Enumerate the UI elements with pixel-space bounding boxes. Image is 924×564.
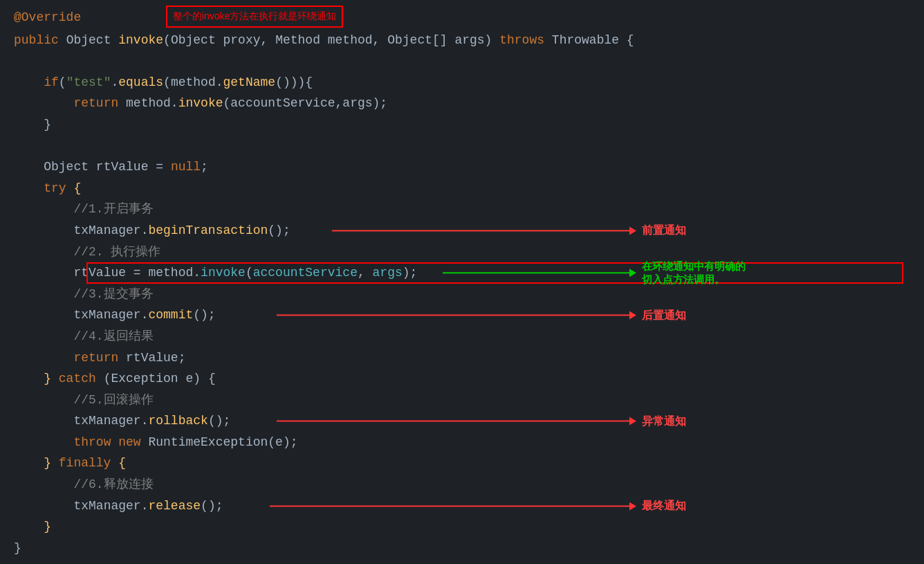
- comment-rollback: //5.回滚操作: [14, 390, 910, 411]
- method-signature-line: public Object invoke(Object proxy, Metho…: [14, 30, 910, 51]
- try-line: try {: [14, 178, 910, 199]
- throw-line: throw new RuntimeException(e);: [14, 432, 910, 453]
- final-notice-label: 最终通知: [642, 496, 686, 515]
- catch-line: } catch (Exception e) {: [14, 368, 910, 390]
- comment-release: //6.释放连接: [14, 474, 910, 495]
- if-line: if("test".equals(method.getName())){: [14, 72, 910, 93]
- rollback-line: txManager.rollback(); 异常通知: [14, 410, 910, 432]
- finally-close: }: [14, 516, 910, 538]
- return-inside-if: return method.invoke(accountService,args…: [14, 93, 910, 114]
- override-annotation: @Override: [14, 10, 81, 24]
- if-close-brace: }: [14, 114, 910, 136]
- release-line: txManager.release(); 最终通知: [14, 495, 910, 517]
- invoke-line: rtValue = method.invoke(accountService, …: [14, 262, 910, 284]
- rtvalue-decl: Object rtValue = null;: [14, 156, 910, 178]
- blank-line-2: [14, 136, 910, 157]
- return-rtvalue: return rtValue;: [14, 347, 910, 369]
- around-notice-label: 在环绕通知中有明确的切入点方法调用。: [642, 260, 752, 286]
- exception-notice-label: 异常通知: [642, 412, 686, 430]
- top-annotation-box: 整个的invoke方法在执行就是环绕通知: [166, 6, 343, 28]
- blank-line-1: [14, 51, 910, 72]
- code-editor: @Override 整个的invoke方法在执行就是环绕通知 public Ob…: [0, 0, 924, 564]
- comment-return: //4.返回结果: [14, 326, 910, 347]
- finally-line: } finally {: [14, 453, 910, 474]
- method-close: }: [14, 538, 910, 559]
